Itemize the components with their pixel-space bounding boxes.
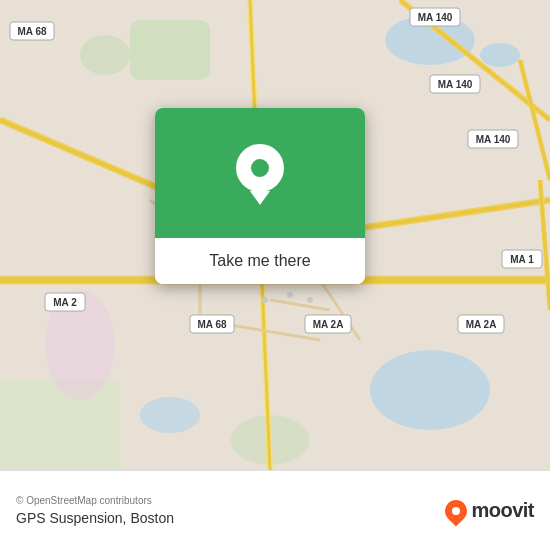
svg-point-4 bbox=[140, 397, 200, 433]
svg-point-6 bbox=[80, 35, 130, 75]
svg-point-49 bbox=[262, 297, 268, 303]
map-pin-icon bbox=[236, 144, 284, 202]
bottom-bar: © OpenStreetMap contributors GPS Suspens… bbox=[0, 470, 550, 550]
popup-header bbox=[155, 108, 365, 238]
svg-point-3 bbox=[370, 350, 490, 430]
moovit-logo[interactable]: moovit bbox=[445, 499, 534, 522]
location-label: GPS Suspension, Boston bbox=[16, 510, 174, 526]
take-me-there-button[interactable]: Take me there bbox=[155, 238, 365, 284]
moovit-pin-icon bbox=[445, 500, 467, 522]
svg-text:MA 68: MA 68 bbox=[197, 319, 227, 330]
svg-text:MA 68: MA 68 bbox=[17, 26, 47, 37]
moovit-text: moovit bbox=[471, 499, 534, 522]
svg-text:MA 2A: MA 2A bbox=[466, 319, 497, 330]
bottom-left-info: © OpenStreetMap contributors GPS Suspens… bbox=[16, 495, 174, 526]
map-view[interactable]: MA 68 MA 140 MA 140 MA 140 MA 2 MA 68 MA… bbox=[0, 0, 550, 470]
svg-text:MA 140: MA 140 bbox=[438, 79, 473, 90]
location-popup: Take me there bbox=[155, 108, 365, 284]
svg-rect-7 bbox=[0, 380, 120, 470]
svg-text:MA 2: MA 2 bbox=[53, 297, 77, 308]
svg-rect-5 bbox=[130, 20, 210, 80]
svg-point-51 bbox=[307, 297, 313, 303]
osm-attribution: © OpenStreetMap contributors bbox=[16, 495, 174, 506]
svg-point-2 bbox=[480, 43, 520, 67]
svg-text:MA 1: MA 1 bbox=[510, 254, 534, 265]
svg-point-50 bbox=[287, 292, 293, 298]
svg-text:MA 140: MA 140 bbox=[476, 134, 511, 145]
svg-text:MA 140: MA 140 bbox=[418, 12, 453, 23]
svg-text:MA 2A: MA 2A bbox=[313, 319, 344, 330]
